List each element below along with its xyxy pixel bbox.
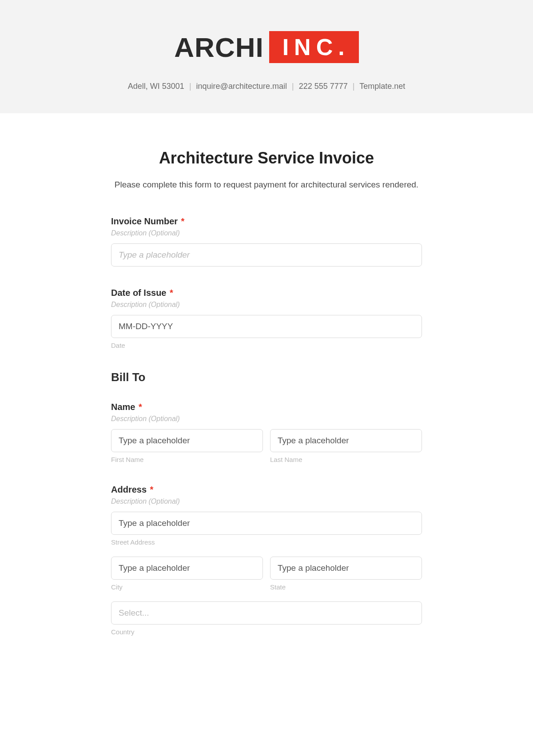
address-label: Address * (111, 485, 422, 495)
separator-icon: | (189, 82, 191, 91)
name-description[interactable]: Description (Optional) (111, 415, 422, 423)
address-label-text: Address (111, 485, 147, 494)
date-of-issue-group: Date of Issue * Description (Optional) D… (111, 288, 422, 349)
form-intro: Please complete this form to request pay… (111, 180, 422, 190)
date-of-issue-input[interactable] (111, 315, 422, 338)
date-of-issue-description[interactable]: Description (Optional) (111, 301, 422, 309)
city-input[interactable] (111, 557, 263, 580)
state-input[interactable] (270, 557, 422, 580)
contact-line: Adell, WI 53001 | inquire@architecture.m… (9, 82, 524, 91)
address-group: Address * Description (Optional) Street … (111, 485, 422, 636)
last-name-sublabel: Last Name (270, 456, 422, 463)
first-name-sublabel: First Name (111, 456, 263, 463)
required-star-icon: * (181, 216, 185, 226)
invoice-number-label-text: Invoice Number (111, 216, 178, 226)
city-sublabel: City (111, 583, 263, 591)
street-address-input[interactable] (111, 512, 422, 535)
page-title: Architecture Service Invoice (111, 149, 422, 167)
required-star-icon: * (170, 288, 173, 298)
last-name-input[interactable] (270, 429, 422, 452)
invoice-number-label: Invoice Number * (111, 216, 422, 227)
logo: ARCHI INC. (174, 31, 358, 63)
state-sublabel: State (270, 583, 422, 591)
invoice-number-description[interactable]: Description (Optional) (111, 229, 422, 237)
logo-badge-text: INC. (269, 31, 359, 63)
country-select[interactable]: Select... (111, 601, 422, 625)
form-container: Architecture Service Invoice Please comp… (62, 113, 471, 684)
logo-main-text: ARCHI (174, 32, 263, 63)
country-sublabel: Country (111, 628, 422, 636)
address-description[interactable]: Description (Optional) (111, 497, 422, 505)
date-of-issue-label-text: Date of Issue (111, 288, 166, 298)
name-group: Name * Description (Optional) First Name… (111, 402, 422, 463)
bill-to-heading: Bill To (111, 370, 422, 384)
invoice-number-group: Invoice Number * Description (Optional) (111, 216, 422, 267)
required-star-icon: * (150, 485, 154, 494)
invoice-number-input[interactable] (111, 243, 422, 267)
separator-icon: | (292, 82, 294, 91)
name-label-text: Name (111, 402, 135, 412)
contact-phone: 222 555 7777 (299, 82, 348, 91)
contact-address: Adell, WI 53001 (128, 82, 184, 91)
separator-icon: | (353, 82, 355, 91)
contact-site: Template.net (359, 82, 405, 91)
contact-email: inquire@architecture.mail (196, 82, 287, 91)
date-sublabel: Date (111, 342, 422, 349)
header-banner: ARCHI INC. Adell, WI 53001 | inquire@arc… (0, 0, 533, 113)
name-label: Name * (111, 402, 422, 412)
first-name-input[interactable] (111, 429, 263, 452)
street-address-sublabel: Street Address (111, 538, 422, 546)
date-of-issue-label: Date of Issue * (111, 288, 422, 298)
required-star-icon: * (139, 402, 142, 412)
